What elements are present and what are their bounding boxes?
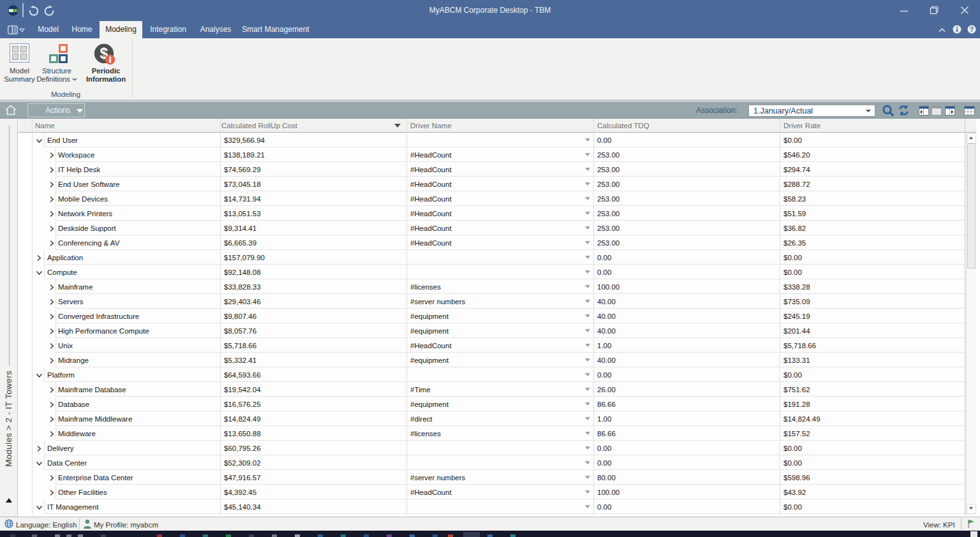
svg-text:?: ?: [970, 26, 974, 33]
